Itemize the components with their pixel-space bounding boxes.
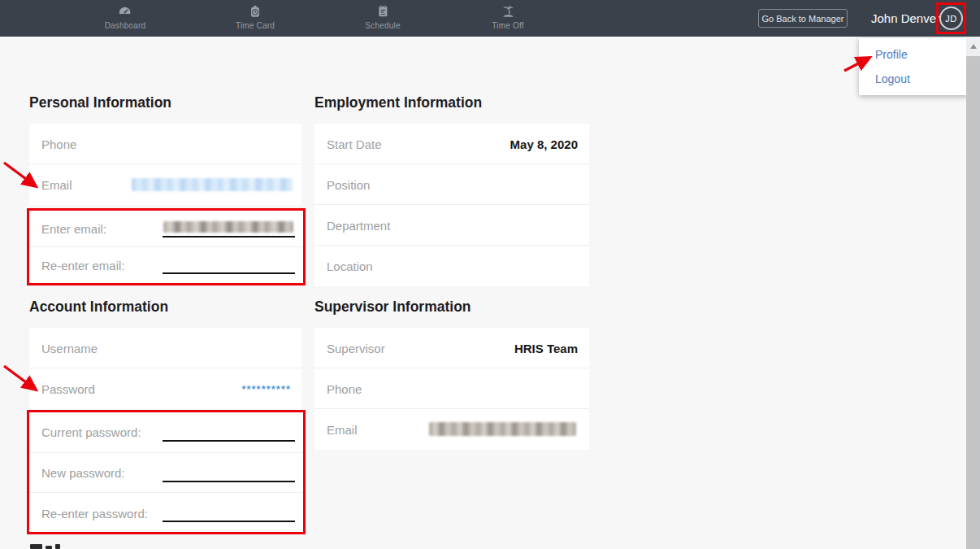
field-label: Email [41,178,72,192]
supervisor-info-card: Supervisor HRIS Team Phone Email [314,328,589,450]
clipped-section-heading [46,546,52,549]
dashboard-gauge-icon [118,4,132,19]
user-dropdown-menu: Profile Logout [859,38,969,95]
clipped-section-heading [30,544,42,549]
field-row-department: Department [314,205,589,246]
field-label: New password: [41,466,125,480]
nav-label: Time Off [492,21,523,30]
field-label: Email [327,423,358,437]
section-title-employment: Employment Information [314,94,482,111]
field-row-email[interactable]: Email [29,164,301,205]
user-name: John Denver [871,11,930,25]
redacted-supervisor-email-value [429,422,576,436]
field-row-start-date: Start Date May 8, 2020 [314,124,589,164]
new-password-input[interactable] [163,481,295,482]
nav-item-dashboard[interactable]: Dashboard [105,4,146,30]
masked-password-value: ********** [241,383,291,395]
personal-info-card: Phone Email [29,124,301,205]
field-label: Current password: [41,425,141,439]
go-back-to-manager-button[interactable]: Go Back to Manager [758,9,848,28]
field-label: Start Date [327,137,382,150]
field-label: Re-enter password: [41,507,148,521]
field-label: Phone [41,137,76,150]
form-row-current-password: Current password: [29,412,303,453]
user-avatar[interactable]: JD [939,7,963,30]
field-label: Location [327,259,373,273]
field-row-username: Username [29,328,301,368]
enter-email-input[interactable] [163,236,295,237]
email-change-form: Enter email: Re-enter email: [29,211,303,283]
nav-item-schedule[interactable]: Schedule [365,4,400,30]
section-title-supervisor: Supervisor Information [314,298,471,316]
redacted-entered-email-value [163,221,293,233]
form-row-new-password: New password: [29,453,303,494]
menu-item-logout[interactable]: Logout [875,72,910,85]
password-change-form: Current password: New password: Re-enter… [29,412,303,532]
reenter-password-input[interactable] [163,521,295,522]
section-title-account: Account Information [29,298,168,316]
form-row-reenter-password: Re-enter password: [29,493,303,534]
field-row-phone: Phone [29,124,301,164]
nav-label: Time Card [236,21,275,30]
field-label: Enter email: [41,222,106,236]
top-navbar: Dashboard Time Card Schedule [0,0,980,37]
nav-label: Schedule [365,21,400,30]
section-title-personal: Personal Information [29,94,171,111]
field-label: Phone [327,381,362,395]
field-row-location: Location [314,246,589,286]
field-row-supervisor-email: Email [314,409,589,450]
reenter-email-input[interactable] [163,272,295,274]
nav-item-time-off[interactable]: Time Off [492,4,523,30]
form-row-reenter-email: Re-enter email: [29,247,303,283]
vertical-scrollbar[interactable] [966,37,980,549]
field-value: May 8, 2020 [510,137,578,150]
menu-item-profile[interactable]: Profile [875,48,908,61]
field-label: Supervisor [327,341,385,355]
field-label: Password [41,382,95,396]
field-label: Position [327,177,370,191]
field-label: Re-enter email: [41,259,125,272]
current-password-input[interactable] [163,440,295,442]
employment-info-card: Start Date May 8, 2020 Position Departme… [314,124,589,286]
profile-page: Dashboard Time Card Schedule [0,0,980,549]
redacted-email-value [132,178,293,191]
field-row-supervisor-phone: Phone [314,368,589,409]
form-row-enter-email: Enter email: [29,211,303,247]
field-row-password[interactable]: Password ********** [29,368,301,409]
field-label: Department [327,218,390,232]
clipped-section-heading [55,544,60,549]
scrollbar-thumb[interactable] [966,56,980,549]
schedule-clipboard-icon [375,4,390,19]
field-row-supervisor: Supervisor HRIS Team [314,328,589,368]
field-label: Username [41,341,98,355]
punch-clock-icon [248,4,262,19]
field-row-position: Position [314,164,589,205]
palm-tree-icon [501,4,515,19]
nav-item-time-card[interactable]: Time Card [236,4,275,30]
triangle-up-icon [970,44,977,49]
scrollbar-up-button[interactable] [966,37,980,56]
nav-label: Dashboard [105,21,146,30]
account-info-card: Username Password ********** [29,328,301,409]
field-value: HRIS Team [514,341,578,355]
